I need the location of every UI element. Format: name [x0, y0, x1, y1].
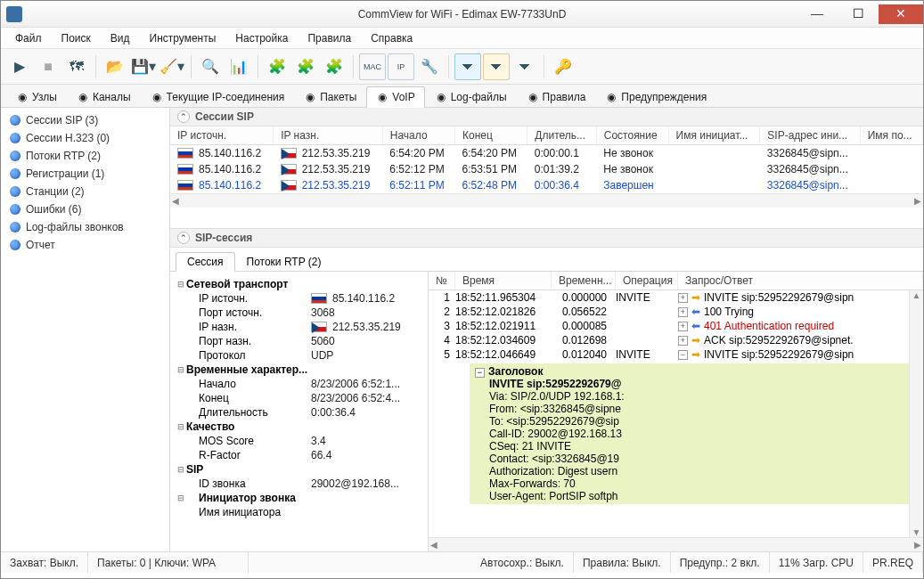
- detail-row[interactable]: ПротоколUDP: [176, 348, 422, 363]
- message-row[interactable]: 118:52:11.9653040.000000INVITE+➡INVITE s…: [429, 290, 909, 305]
- sidebar-item[interactable]: Отчет: [1, 236, 169, 254]
- search-button[interactable]: 🔍: [197, 53, 224, 80]
- maximize-button[interactable]: ☐: [838, 4, 879, 24]
- tab-Log-файлы[interactable]: ◉Log-файлы: [425, 86, 517, 108]
- message-row[interactable]: 218:52:12.0218260.056522+⬅100 Trying: [429, 305, 909, 319]
- menu-Настройка[interactable]: Настройка: [226, 29, 297, 47]
- expand-icon[interactable]: +: [678, 307, 688, 317]
- stop-button[interactable]: ■: [35, 53, 61, 80]
- msg-column-header[interactable]: Время: [455, 272, 552, 290]
- expand-icon[interactable]: −: [678, 350, 688, 360]
- tab-Текущие IP-соединения[interactable]: ◉Текущие IP-соединения: [141, 86, 295, 108]
- detail-row[interactable]: ⊟Инициатор звонка: [176, 491, 422, 505]
- session-row[interactable]: 85.140.116.2212.53.35.2196:54:20 PM6:54:…: [170, 145, 923, 162]
- close-button[interactable]: ✕: [879, 4, 923, 24]
- menu-Правила[interactable]: Правила: [298, 29, 360, 47]
- minimize-button[interactable]: —: [797, 4, 838, 24]
- message-row[interactable]: 318:52:12.0219110.000085+⬅401 Authentica…: [429, 319, 909, 333]
- messages-vscroll[interactable]: ▲▼: [909, 290, 923, 537]
- sidebar-item[interactable]: Станции (2): [1, 183, 169, 200]
- sidebar-item[interactable]: Регистрации (1): [1, 165, 169, 183]
- clear-button[interactable]: 🧹▾: [159, 53, 185, 80]
- sidebar-item[interactable]: Ошибки (6): [1, 200, 169, 218]
- play-button[interactable]: ▶: [6, 53, 33, 80]
- tool-button-3[interactable]: 🧩: [321, 53, 348, 80]
- detail-row[interactable]: ID звонка29002@192.168...: [176, 477, 422, 491]
- column-header[interactable]: IP назн.: [274, 126, 383, 145]
- detail-row[interactable]: ⊟Сетевой транспорт: [176, 277, 422, 291]
- sidebar-item[interactable]: Сессии SIP (3): [1, 111, 169, 129]
- tab-Узлы[interactable]: ◉Узлы: [6, 86, 67, 108]
- msg-column-header[interactable]: Запрос/Ответ: [678, 272, 923, 290]
- detail-row[interactable]: IP источн.85.140.116.2: [176, 291, 422, 306]
- detail-row[interactable]: IP назн.212.53.35.219: [176, 320, 422, 334]
- sip-session-panel: ⌃ SIP-сессия СессияПотоки RTP (2) ⊟Сетев…: [170, 229, 923, 551]
- sidebar-item[interactable]: Сессии H.323 (0): [1, 129, 169, 147]
- menu-Файл[interactable]: Файл: [6, 29, 51, 47]
- subtab-Потоки RTP (2)[interactable]: Потоки RTP (2): [235, 252, 333, 272]
- detail-row[interactable]: MOS Score3.4: [176, 434, 422, 448]
- detail-row[interactable]: ⊟SIP: [176, 462, 422, 477]
- messages-hscroll[interactable]: ◀▶: [429, 537, 923, 551]
- collapse-icon[interactable]: ⌃: [177, 110, 190, 123]
- tool-button-2[interactable]: 🧩: [292, 53, 319, 80]
- map-button[interactable]: 🗺: [63, 53, 90, 80]
- settings-button[interactable]: 🔧: [416, 53, 443, 80]
- detail-row[interactable]: Имя инициатора: [176, 505, 422, 519]
- sidebar-item[interactable]: Потоки RTP (2): [1, 147, 169, 165]
- detail-row[interactable]: Порт источн.3068: [176, 306, 422, 320]
- sidebar-item[interactable]: Log-файлы звонков: [1, 218, 169, 236]
- menu-Справка[interactable]: Справка: [362, 29, 421, 47]
- open-button[interactable]: 📂: [102, 53, 128, 80]
- tab-Каналы[interactable]: ◉Каналы: [67, 86, 141, 108]
- column-header[interactable]: Длитель...: [527, 126, 596, 145]
- tab-Правила[interactable]: ◉Правила: [517, 86, 596, 108]
- msg-column-header[interactable]: Операция: [616, 272, 678, 290]
- detail-row[interactable]: Начало8/23/2006 6:52:1...: [176, 377, 422, 391]
- column-header[interactable]: Состояние: [596, 126, 668, 145]
- filter-d-button[interactable]: ⏷: [454, 53, 481, 80]
- expand-icon[interactable]: +: [678, 293, 688, 303]
- filter-button[interactable]: 📊: [225, 53, 252, 80]
- session-details-tree[interactable]: ⊟Сетевой транспортIP источн.85.140.116.2…: [170, 272, 429, 551]
- key-button[interactable]: 🔑: [550, 53, 576, 80]
- filter-m-button[interactable]: ⏷: [483, 53, 510, 80]
- filter-c-button[interactable]: ⏷: [511, 53, 538, 80]
- detail-row[interactable]: ⊟Качество: [176, 420, 422, 434]
- subtab-Сессия[interactable]: Сессия: [176, 252, 235, 272]
- messages-list[interactable]: 118:52:11.9653040.000000INVITE+➡INVITE s…: [429, 290, 909, 537]
- message-row[interactable]: 418:52:12.0346090.012698+➡ACK sip:529522…: [429, 333, 909, 347]
- tab-Предупреждения[interactable]: ◉Предупреждения: [595, 86, 716, 108]
- msg-column-header[interactable]: Временн...: [552, 272, 616, 290]
- collapse-icon[interactable]: ⌃: [177, 232, 190, 244]
- menu-Вид[interactable]: Вид: [102, 29, 139, 47]
- sessions-grid[interactable]: IP источн.IP назн.НачалоКонецДлитель...С…: [170, 126, 923, 193]
- detail-row[interactable]: Порт назн.5060: [176, 334, 422, 348]
- session-row[interactable]: 85.140.116.2212.53.35.2196:52:12 PM6:53:…: [170, 161, 923, 177]
- column-header[interactable]: Имя инициат...: [668, 126, 760, 145]
- column-header[interactable]: SIP-адрес ини...: [760, 126, 860, 145]
- ip-button[interactable]: IP: [388, 53, 414, 80]
- save-button[interactable]: 💾▾: [130, 53, 157, 80]
- tab-icon: ◉: [376, 91, 388, 103]
- session-row[interactable]: 85.140.116.2212.53.35.2196:52:11 PM6:52:…: [170, 177, 923, 193]
- msg-column-header[interactable]: №: [429, 272, 455, 290]
- sessions-scrollbar[interactable]: ◀▶: [170, 193, 923, 208]
- column-header[interactable]: Конец: [455, 126, 527, 145]
- detail-row[interactable]: R-Factor66.4: [176, 448, 422, 462]
- expand-icon[interactable]: +: [678, 322, 688, 331]
- message-row[interactable]: 518:52:12.0466490.012040INVITE−➡INVITE s…: [429, 347, 909, 362]
- mac-button[interactable]: MAC: [359, 53, 386, 80]
- expand-icon[interactable]: +: [678, 336, 688, 346]
- menu-Инструменты[interactable]: Инструменты: [141, 29, 225, 47]
- column-header[interactable]: Имя по...: [860, 126, 922, 145]
- column-header[interactable]: IP источн.: [170, 126, 274, 145]
- column-header[interactable]: Начало: [382, 126, 454, 145]
- tab-VoIP[interactable]: ◉VoIP: [366, 86, 424, 108]
- tool-button-1[interactable]: 🧩: [264, 53, 290, 80]
- detail-row[interactable]: Конец8/23/2006 6:52:4...: [176, 391, 422, 405]
- menu-Поиск[interactable]: Поиск: [53, 29, 100, 47]
- tab-Пакеты[interactable]: ◉Пакеты: [294, 86, 366, 108]
- detail-row[interactable]: ⊟Временные характер...: [176, 363, 422, 377]
- detail-row[interactable]: Длительность0:00:36.4: [176, 405, 422, 420]
